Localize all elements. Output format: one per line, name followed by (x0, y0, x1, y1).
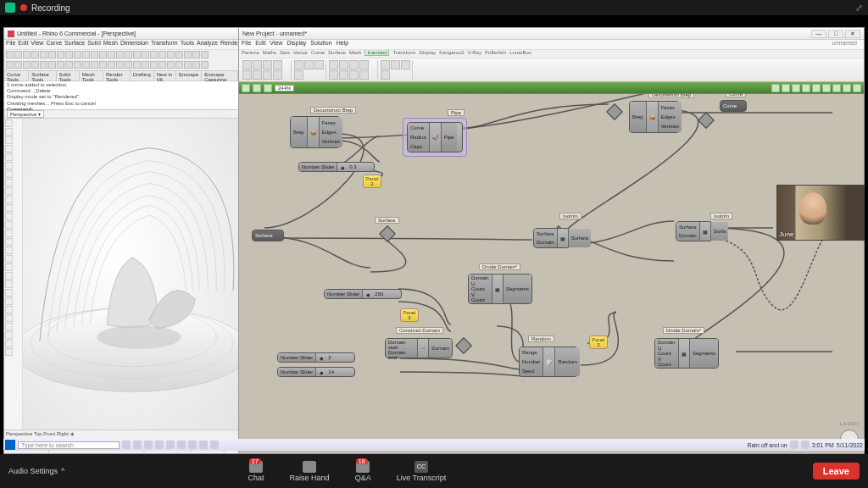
slider-domain-end[interactable]: Number Slider14 (277, 367, 355, 377)
chevron-up-icon: ^ (61, 467, 64, 475)
panel-random[interactable]: Panel 3 (589, 336, 608, 349)
participant-face (799, 192, 826, 225)
node-construct-domain[interactable]: Domain startDomain end ↔ Domain (385, 338, 453, 358)
qa-badge: 18 (356, 458, 368, 464)
node-divide-domain-2[interactable]: DomainU CountV Count ▦ Segments (654, 338, 719, 369)
gh-filebar[interactable]: 244% (239, 82, 864, 94)
panel-caps[interactable]: Panel 2 (363, 175, 381, 188)
node-pipe[interactable]: CurveRadiusCaps 🚀 Pipe (407, 122, 463, 152)
label-surface: Surface (375, 217, 399, 224)
zoom-level[interactable]: 244% (275, 85, 294, 92)
save-icon[interactable] (264, 84, 272, 92)
task-icon[interactable] (122, 441, 131, 449)
cc-icon: CC (415, 461, 428, 473)
slider-ucount[interactable]: Number Slider250 (324, 289, 402, 299)
gh-ribbon-tabs[interactable]: ParamsMathsSetsVectorCurveSurfaceMeshInt… (239, 50, 864, 58)
leave-button[interactable]: Leave (813, 463, 860, 480)
webcam-participant[interactable]: June (776, 185, 865, 241)
label-curve: Curve (726, 94, 746, 97)
system-tray[interactable]: Rain off and on 3:01 PM 5/11/2022 (747, 441, 863, 449)
node-deconstruct-brep[interactable]: Brep 📦 FacesEdgesVertices (290, 116, 341, 148)
rhino-tool-tabs[interactable]: Curve ToolsSurface ToolsSolid ToolsMesh … (4, 71, 238, 81)
meeting-topbar: Recording ⤢ (0, 0, 868, 15)
panel-vcount[interactable]: Panel 3 (400, 308, 419, 322)
raise-hand-button[interactable]: Raise Hand (290, 461, 330, 482)
rhino-viewport-tab[interactable]: Perspective ▾ (4, 110, 238, 119)
zoom-controls: Audio Settings^ 17 Chat Raise Hand 18 Q&… (0, 454, 868, 488)
taskbar-search[interactable]: Type here to search (18, 441, 120, 449)
recording-label: Recording (31, 3, 70, 13)
new-icon[interactable] (242, 84, 250, 92)
label-deconstruct-brep: Deconstruct Brep (310, 107, 356, 114)
rhino-toolbar[interactable] (4, 50, 238, 71)
label-isotrim: Isotrim (559, 213, 581, 219)
rhino-window: Untitled - Rhino 6 Commercial - [Perspec… (3, 27, 239, 454)
node-isotrim[interactable]: SurfaceDomain ▦ Surfa (676, 221, 713, 241)
rendered-geometry (23, 119, 238, 430)
node-deconstruct-brep-2[interactable]: Brep 📦 FacesEdgesVertices (629, 101, 680, 133)
gh-menubar[interactable]: FileEditViewDisplaySolutionHelp unnamed (239, 40, 864, 50)
label-divide-domain: Divide Domain² (479, 263, 520, 270)
shield-icon (5, 3, 15, 13)
gh-canvas[interactable]: Deconstruct Brep Deconstruct Brep Pipe S… (239, 94, 864, 453)
grasshopper-window: New Project - unnamed* —□✕ FileEditViewD… (239, 27, 865, 454)
param-curve[interactable]: Curve (720, 100, 747, 112)
rhino-viewport[interactable] (4, 119, 238, 430)
chat-button[interactable]: 17 Chat (248, 461, 264, 482)
label-deconstruct-brep-2: Deconstruct Brep (648, 94, 694, 98)
rhino-titlebar: Untitled - Rhino 6 Commercial - [Perspec… (4, 28, 238, 40)
param-surface[interactable]: Surface (252, 230, 284, 241)
rhino-command-log: 1 curve added to selection. Command: _De… (4, 81, 238, 110)
chat-badge: 17 (249, 458, 261, 464)
slider-pipe-radius[interactable]: Number Slider0.3 (298, 162, 375, 172)
node-surface-domain[interactable]: SurfaceDomain ▦ Surface (533, 228, 570, 248)
label-random: Random (528, 336, 554, 342)
svg-point-3 (97, 325, 181, 349)
recording-dot-icon (20, 4, 27, 11)
node-random[interactable]: RangeNumberSeed 🎲 Random (519, 347, 578, 377)
live-transcript-button[interactable]: CC Live Transcript (397, 461, 447, 482)
rhino-render-view[interactable] (23, 119, 238, 430)
rhino-menubar[interactable]: FileEditViewCurveSurfaceSolidMeshDimensi… (4, 40, 238, 50)
audio-settings-button[interactable]: Audio Settings^ (8, 467, 64, 475)
gh-version: 1.0.0007 (839, 421, 859, 426)
hand-icon (303, 461, 316, 473)
windows-taskbar[interactable]: Type here to search Rain off and on 3:01… (3, 439, 865, 451)
rhino-side-toolbar[interactable] (4, 119, 23, 430)
qa-button[interactable]: 18 Q&A (355, 461, 371, 482)
label-pipe: Pipe (448, 109, 465, 116)
shared-screen: Untitled - Rhino 6 Commercial - [Perspec… (3, 27, 865, 454)
label-construct-domain: Construct Domain (396, 327, 443, 334)
gh-titlebar: New Project - unnamed* —□✕ (239, 28, 864, 40)
open-icon[interactable] (253, 84, 261, 92)
gh-ribbon[interactable] (239, 58, 864, 82)
label-divide-domain-2: Divide Domain² (663, 327, 704, 334)
slider-domain-start[interactable]: Number Slider2 (277, 352, 355, 363)
start-button[interactable] (5, 440, 15, 450)
expand-icon[interactable]: ⤢ (855, 3, 863, 14)
label-isotrim-2: Isotrim (710, 213, 732, 219)
node-divide-domain[interactable]: DomainU CountV Count ▦ Segments (468, 274, 532, 304)
window-controls[interactable]: —□✕ (811, 30, 860, 38)
participant-name: June (779, 230, 793, 238)
